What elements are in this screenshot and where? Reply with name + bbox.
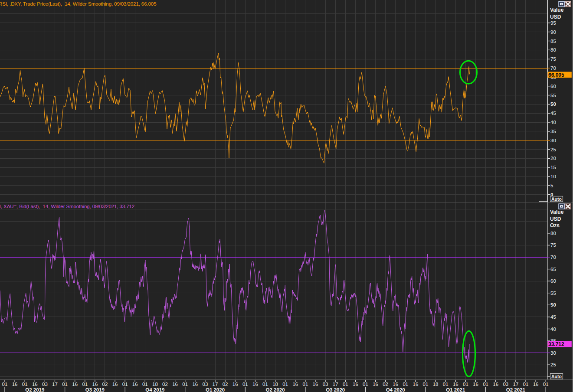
svg-text:02: 02 [383,382,388,387]
svg-text:50: 50 [550,101,556,107]
svg-text:03: 03 [323,382,328,387]
svg-text:18: 18 [272,382,278,387]
svg-text:30: 30 [550,350,556,356]
svg-text:USD: USD [550,216,561,222]
svg-text:80: 80 [550,231,556,236]
svg-text:80: 80 [550,47,556,52]
svg-text:25: 25 [550,147,556,152]
svg-text:01: 01 [423,382,429,387]
svg-text:30: 30 [550,138,556,143]
svg-text:16: 16 [393,382,398,387]
svg-text:16: 16 [373,382,378,387]
svg-text:Ozs: Ozs [550,222,560,229]
svg-text:RSI, XAU=, Bid(Last), 14, Wil: RSI, XAU=, Bid(Last), 14, Wilder Smoothi… [0,204,134,209]
svg-text:Value: Value [550,7,564,13]
svg-text:35: 35 [550,129,556,134]
svg-text:01: 01 [523,382,529,387]
svg-text:16: 16 [112,382,118,387]
svg-text:03: 03 [42,382,48,387]
svg-text:Auto: Auto [551,374,562,379]
svg-text:90: 90 [550,29,556,35]
svg-text:RSI, .DXY, Trade Price(Last),: RSI, .DXY, Trade Price(Last), 14, Wilder… [0,1,156,7]
svg-text:75: 75 [550,56,556,62]
svg-text:01: 01 [262,382,268,387]
svg-text:16: 16 [172,382,178,387]
svg-text:01: 01 [142,382,148,387]
svg-text:18: 18 [433,382,439,387]
svg-text:01: 01 [483,382,488,387]
svg-text:75: 75 [550,242,556,248]
svg-text:USD: USD [550,14,561,20]
svg-text:60: 60 [550,84,556,89]
svg-text:01: 01 [443,382,449,387]
svg-text:25: 25 [550,362,556,367]
svg-text:Q4 2019: Q4 2019 [145,387,164,392]
svg-text:Auto: Auto [551,196,562,202]
svg-text:16: 16 [453,382,458,387]
svg-text:16: 16 [12,382,18,387]
svg-text:Q1 2021: Q1 2021 [446,387,465,392]
svg-text:16: 16 [473,382,478,387]
svg-text:01: 01 [62,382,68,387]
svg-text:16: 16 [252,382,258,387]
svg-text:02: 02 [102,382,108,387]
svg-text:02: 02 [162,382,168,387]
svg-text:Q3 2019: Q3 2019 [85,387,105,392]
svg-text:16: 16 [313,382,318,387]
svg-text:66.005: 66.005 [548,72,564,78]
svg-text:20: 20 [550,156,556,161]
svg-text:95: 95 [550,20,556,26]
svg-text:Value: Value [550,209,564,215]
svg-text:16: 16 [413,382,419,387]
svg-text:17: 17 [513,382,519,387]
svg-text:Q2 2019: Q2 2019 [25,387,44,392]
svg-text:16: 16 [92,382,98,387]
svg-text:16: 16 [192,382,198,387]
svg-text:Q4 2020: Q4 2020 [386,387,405,392]
svg-text:01: 01 [463,382,468,387]
svg-text:03: 03 [203,382,208,387]
svg-text:70: 70 [550,255,556,260]
svg-text:16: 16 [132,382,138,387]
svg-text:15: 15 [550,165,556,170]
svg-text:Q2 2021: Q2 2021 [506,387,526,392]
svg-text:01: 01 [282,382,288,387]
svg-text:55: 55 [550,291,556,296]
svg-text:Q1 2020: Q1 2020 [206,387,225,392]
svg-text:01: 01 [82,382,88,387]
svg-text:02: 02 [223,382,228,387]
svg-text:45: 45 [550,314,556,320]
svg-text:40: 40 [550,327,556,332]
svg-text:01: 01 [363,382,368,387]
svg-text:16: 16 [493,382,498,387]
svg-text:01: 01 [303,382,308,387]
svg-text:60: 60 [550,278,556,284]
svg-text:01: 01 [2,382,8,387]
svg-text:01: 01 [242,382,248,387]
svg-text:70: 70 [550,65,556,71]
svg-text:16: 16 [292,382,298,387]
svg-text:16: 16 [533,382,539,387]
svg-text:10: 10 [550,174,556,179]
svg-text:85: 85 [550,39,556,44]
svg-text:01: 01 [543,382,549,387]
svg-text:01: 01 [403,382,408,387]
svg-text:16: 16 [72,382,78,387]
svg-text:03: 03 [503,382,508,387]
svg-text:5: 5 [550,183,553,188]
svg-text:17: 17 [333,382,338,387]
svg-text:Q2 2020: Q2 2020 [266,387,285,392]
svg-text:01: 01 [22,382,28,387]
svg-text:16: 16 [232,382,238,387]
svg-text:17: 17 [52,382,58,387]
svg-text:45: 45 [550,111,556,116]
svg-text:16: 16 [32,382,38,387]
svg-text:17: 17 [213,382,218,387]
svg-text:01: 01 [343,382,348,387]
svg-text:65: 65 [550,267,556,272]
svg-text:Q3 2020: Q3 2020 [326,387,345,392]
svg-text:55: 55 [550,93,556,98]
svg-text:50: 50 [550,302,556,307]
svg-text:01: 01 [122,382,128,387]
svg-text:18: 18 [152,382,158,387]
